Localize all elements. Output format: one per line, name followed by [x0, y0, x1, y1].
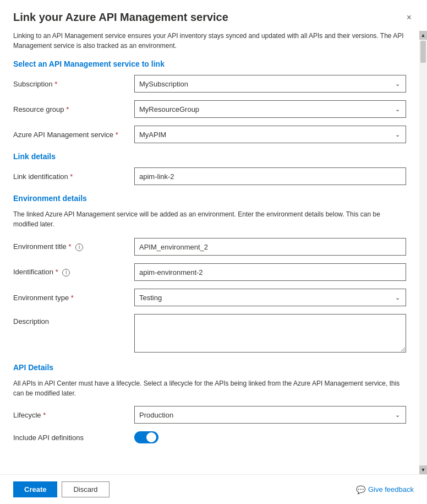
env-title-required: *	[68, 242, 71, 251]
apim-service-required: *	[116, 131, 118, 139]
give-feedback-link[interactable]: 💬 Give feedback	[356, 485, 414, 494]
description-label: Description	[13, 314, 134, 326]
apim-service-select-wrapper: MyAPIM ⌄	[134, 126, 406, 143]
subscription-label: Subscription *	[13, 80, 134, 88]
env-type-row: Environment type * Testing Production De…	[13, 289, 406, 306]
identification-label: Identification * i	[13, 268, 134, 277]
env-type-label: Environment type *	[13, 294, 134, 302]
dialog-title: Link your Azure API Management service	[13, 11, 228, 24]
toggle-slider	[134, 431, 158, 443]
environment-description: The linked Azure API Management service …	[13, 209, 406, 229]
identification-row: Identification * i	[13, 263, 406, 281]
api-details-description: All APIs in API Center must have a lifec…	[13, 378, 406, 398]
intro-text: Linking to an API Management service ens…	[13, 31, 406, 51]
resource-group-label: Resource group *	[13, 105, 134, 113]
feedback-label: Give feedback	[368, 485, 414, 494]
subscription-select[interactable]: MySubscription	[134, 75, 406, 93]
link-id-label: Link identification *	[13, 172, 134, 181]
create-button[interactable]: Create	[13, 481, 57, 497]
section-link-details: Link details	[13, 152, 406, 161]
close-button[interactable]: ×	[404, 11, 414, 24]
include-api-definitions-control	[134, 431, 406, 443]
link-id-input[interactable]	[134, 167, 406, 185]
resource-group-row: Resource group * MyResourceGroup ⌄	[13, 100, 406, 118]
subscription-select-wrapper: MySubscription ⌄	[134, 75, 406, 93]
lifecycle-select[interactable]: Production Design Development Testing Pr…	[134, 406, 406, 424]
env-title-row: Environment title * i	[13, 238, 406, 256]
env-title-input[interactable]	[134, 238, 406, 256]
env-type-required: *	[71, 294, 74, 302]
env-type-select-wrapper: Testing Production Development Staging ⌄	[134, 289, 406, 306]
env-title-control	[134, 238, 406, 256]
env-type-select[interactable]: Testing Production Development Staging	[134, 289, 406, 306]
resource-group-required: *	[66, 105, 69, 113]
dialog-footer: Create Discard 💬 Give feedback	[0, 474, 427, 504]
dialog: Link your Azure API Management service ×…	[0, 0, 427, 504]
identification-control	[134, 263, 406, 281]
subscription-required: *	[54, 80, 57, 88]
discard-button[interactable]: Discard	[62, 481, 109, 497]
resource-group-select-wrapper: MyResourceGroup ⌄	[134, 100, 406, 118]
feedback-icon: 💬	[356, 485, 365, 494]
link-id-control	[134, 167, 406, 185]
lifecycle-label: Lifecycle *	[13, 411, 134, 419]
link-id-row: Link identification *	[13, 167, 406, 185]
identification-input[interactable]	[134, 263, 406, 281]
env-title-label: Environment title * i	[13, 242, 134, 251]
description-textarea[interactable]	[134, 314, 406, 353]
scrollbar-down-arrow[interactable]: ▼	[419, 465, 427, 474]
lifecycle-required: *	[43, 411, 46, 419]
section-api-details: API Details	[13, 363, 406, 372]
env-title-info-icon[interactable]: i	[75, 243, 83, 251]
apim-service-select[interactable]: MyAPIM	[134, 126, 406, 143]
section-environment-details: Environment details	[13, 194, 406, 203]
description-control	[134, 314, 406, 354]
identification-info-icon[interactable]: i	[62, 269, 70, 277]
apim-service-row: Azure API Management service * MyAPIM ⌄	[13, 126, 406, 143]
scrollbar-thumb[interactable]	[420, 41, 426, 63]
scrollbar-track: ▲ ▼	[419, 31, 427, 474]
include-api-definitions-label: Include API definitions	[13, 433, 134, 442]
include-api-definitions-toggle[interactable]	[134, 431, 158, 443]
include-api-definitions-row: Include API definitions	[13, 431, 406, 443]
link-id-required: *	[70, 172, 73, 181]
description-row: Description	[13, 314, 406, 354]
subscription-row: Subscription * MySubscription ⌄	[13, 75, 406, 93]
content-area: Linking to an API Management service ens…	[0, 31, 419, 474]
apim-service-label: Azure API Management service *	[13, 131, 134, 139]
section-select-service: Select an API Management service to link	[13, 59, 406, 68]
dialog-header: Link your Azure API Management service ×	[0, 0, 427, 31]
identification-required: *	[56, 268, 58, 276]
resource-group-select[interactable]: MyResourceGroup	[134, 100, 406, 118]
lifecycle-row: Lifecycle * Production Design Developmen…	[13, 406, 406, 424]
lifecycle-select-wrapper: Production Design Development Testing Pr…	[134, 406, 406, 424]
scrollbar-up-arrow[interactable]: ▲	[419, 31, 427, 40]
footer-actions: Create Discard	[13, 481, 110, 497]
scrollbar-area: Linking to an API Management service ens…	[0, 31, 427, 474]
